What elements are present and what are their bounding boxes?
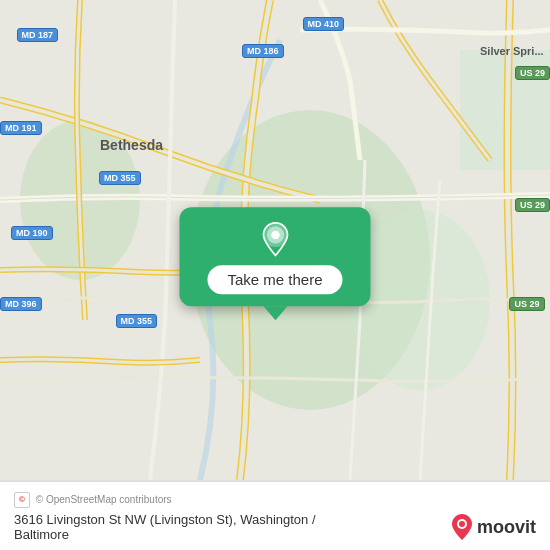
svg-point-9 — [271, 231, 280, 240]
moovit-pin-icon — [451, 513, 473, 541]
road-badge-md191: MD 191 — [0, 121, 42, 135]
card-tail — [263, 306, 287, 320]
take-me-there-button[interactable]: Take me there — [207, 265, 342, 294]
address-text: 3616 Livingston St NW (Livingston St), W… — [14, 512, 451, 542]
road-badge-us29a: US 29 — [515, 66, 550, 80]
map-attribution: © © OpenStreetMap contributors — [14, 492, 536, 508]
osm-logo-icon: © — [14, 492, 30, 508]
road-badge-us29c: US 29 — [509, 297, 544, 311]
svg-point-11 — [459, 521, 465, 527]
road-badge-md186: MD 186 — [242, 44, 284, 58]
tooltip-card: Take me there — [179, 207, 370, 320]
road-badge-md187: MD 187 — [17, 28, 59, 42]
road-badge-us29b: US 29 — [515, 198, 550, 212]
address-row: 3616 Livingston St NW (Livingston St), W… — [14, 512, 536, 542]
location-pin-icon — [257, 221, 293, 257]
map-container: Bethesda Silver Spri... MD 187 MD 410 MD… — [0, 0, 550, 550]
road-badge-md190: MD 190 — [11, 226, 53, 240]
green-action-card[interactable]: Take me there — [179, 207, 370, 306]
svg-text:Bethesda: Bethesda — [100, 137, 163, 153]
svg-text:Silver Spri...: Silver Spri... — [480, 45, 544, 57]
bottom-bar: © © OpenStreetMap contributors 3616 Livi… — [0, 481, 550, 550]
road-badge-md410: MD 410 — [303, 17, 345, 31]
road-badge-md396: MD 396 — [0, 297, 42, 311]
moovit-brand-text: moovit — [477, 517, 536, 538]
moovit-logo: moovit — [451, 513, 536, 541]
road-badge-md355a: MD 355 — [99, 171, 141, 185]
road-badge-md355b: MD 355 — [116, 314, 158, 328]
